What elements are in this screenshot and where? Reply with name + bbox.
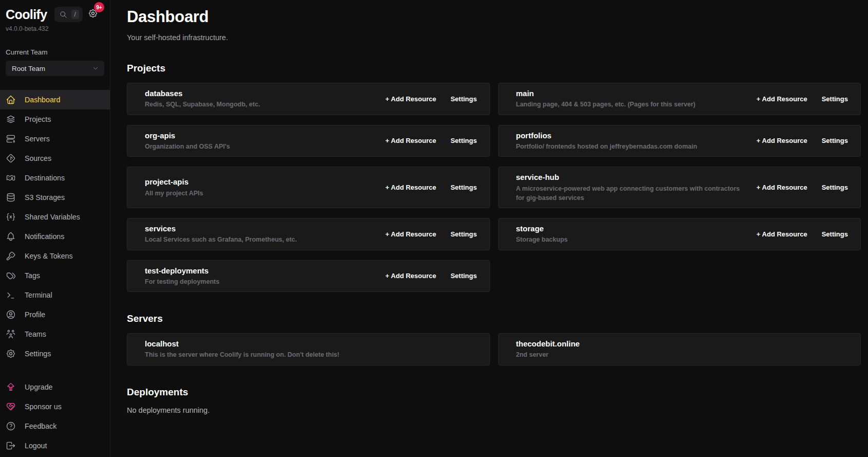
- sidebar-item[interactable]: Projects: [0, 109, 110, 129]
- project-settings-button[interactable]: Settings: [450, 230, 477, 238]
- bell-icon: [6, 231, 16, 242]
- app-version: v4.0.0-beta.432: [0, 22, 110, 32]
- sidebar-item-label: Teams: [25, 330, 46, 338]
- project-name: main: [516, 88, 695, 99]
- sidebar-item[interactable]: Keys & Tokens: [0, 246, 110, 266]
- sidebar-item[interactable]: Tags: [0, 266, 110, 285]
- tags-icon: [6, 270, 16, 281]
- add-resource-button[interactable]: + Add Resource: [385, 184, 436, 191]
- sidebar-item[interactable]: Logout: [0, 436, 110, 455]
- projects-grid: databases Redis, SQL, Supabase, Mongodb,…: [127, 83, 861, 292]
- user-circle-icon: [6, 309, 16, 320]
- page-subtitle: Your self-hosted infrastructure.: [127, 33, 861, 42]
- project-description: Organization and OSS API's: [145, 142, 230, 151]
- servers-heading: Servers: [127, 313, 861, 325]
- sidebar-item[interactable]: Sources: [0, 149, 110, 168]
- server-card[interactable]: thecodebit.online 2nd server: [498, 333, 861, 365]
- project-card[interactable]: storage Storage backups + Add Resource S…: [498, 218, 861, 250]
- project-name: storage: [516, 224, 568, 234]
- sidebar-item[interactable]: S3 Storages: [0, 188, 110, 207]
- sidebar-item[interactable]: Shared Variables: [0, 207, 110, 227]
- git-icon: [6, 153, 16, 163]
- project-settings-button[interactable]: Settings: [450, 272, 477, 280]
- sidebar-item-label: Dashboard: [25, 96, 60, 104]
- current-team-label: Current Team: [0, 32, 110, 56]
- help-icon: [6, 421, 16, 431]
- sidebar-item[interactable]: Servers: [0, 129, 110, 149]
- project-card[interactable]: main Landing page, 404 & 503 pages, etc.…: [498, 83, 861, 115]
- sidebar-item-label: Servers: [25, 135, 50, 143]
- main-content: Dashboard Your self-hosted infrastructur…: [110, 0, 868, 457]
- project-description: Local Services such as Grafana, Promethe…: [145, 235, 297, 244]
- sidebar-item-label: Logout: [25, 442, 47, 450]
- project-card[interactable]: databases Redis, SQL, Supabase, Mongodb,…: [127, 83, 490, 115]
- add-resource-button[interactable]: + Add Resource: [757, 137, 807, 144]
- add-resource-button[interactable]: + Add Resource: [385, 272, 436, 280]
- project-settings-button[interactable]: Settings: [822, 184, 848, 191]
- project-description: Redis, SQL, Supabase, Mongodb, etc.: [145, 100, 260, 109]
- project-card[interactable]: project-apis All my project APIs + Add R…: [127, 167, 490, 208]
- database-icon: [6, 192, 16, 203]
- sidebar-item[interactable]: Terminal: [0, 285, 110, 305]
- deployments-empty-message: No deployments running.: [127, 406, 861, 414]
- project-card[interactable]: test-deployments For testing deployments…: [127, 260, 490, 293]
- key-icon: [6, 251, 16, 261]
- sidebar-item[interactable]: Teams: [0, 324, 110, 344]
- team-select-value: Root Team: [12, 65, 45, 72]
- sidebar-item-label: Sponsor us: [25, 403, 62, 411]
- project-settings-button[interactable]: Settings: [450, 184, 477, 191]
- sidebar-secondary-nav: Upgrade Sponsor us Feedback Logo: [0, 377, 110, 455]
- sidebar-item[interactable]: Settings: [0, 344, 110, 363]
- add-resource-button[interactable]: + Add Resource: [757, 95, 807, 103]
- destination-icon: [6, 173, 16, 183]
- add-resource-button[interactable]: + Add Resource: [385, 230, 436, 238]
- project-card[interactable]: service-hub A microservice-powered web a…: [498, 167, 861, 208]
- users-icon: [6, 329, 16, 339]
- notification-badge[interactable]: 9+: [94, 2, 104, 12]
- app-logo[interactable]: Coolify: [6, 8, 47, 21]
- project-description: Storage backups: [516, 235, 568, 244]
- sidebar-item-label: Sources: [25, 154, 51, 162]
- sidebar-item-label: S3 Storages: [25, 193, 65, 202]
- sidebar-item[interactable]: Destinations: [0, 168, 110, 188]
- server-name: localhost: [145, 339, 339, 349]
- project-description: Landing page, 404 & 503 pages, etc. (Pag…: [516, 100, 695, 109]
- team-select[interactable]: Root Team: [6, 61, 104, 76]
- sidebar-item[interactable]: Feedback: [0, 416, 110, 436]
- project-card[interactable]: org-apis Organization and OSS API's + Ad…: [127, 125, 490, 157]
- project-name: services: [145, 224, 297, 234]
- settings-gear-wrap: 9+: [88, 8, 98, 21]
- project-description: All my project APIs: [145, 189, 203, 198]
- sidebar-item-label: Tags: [25, 271, 40, 280]
- sidebar-item[interactable]: Upgrade: [0, 377, 110, 397]
- search-shortcut-key: /: [71, 10, 79, 19]
- project-settings-button[interactable]: Settings: [450, 95, 477, 103]
- sidebar-item-label: Destinations: [25, 174, 65, 182]
- project-card[interactable]: services Local Services such as Grafana,…: [127, 218, 490, 250]
- search-icon: [60, 11, 67, 19]
- sidebar-item-label: Feedback: [25, 422, 56, 430]
- project-settings-button[interactable]: Settings: [822, 137, 848, 144]
- project-settings-button[interactable]: Settings: [450, 137, 477, 144]
- server-card[interactable]: localhost This is the server where Cooli…: [127, 333, 490, 365]
- sidebar-item[interactable]: Notifications: [0, 227, 110, 246]
- add-resource-button[interactable]: + Add Resource: [385, 137, 436, 144]
- project-settings-button[interactable]: Settings: [822, 95, 848, 103]
- logo-row: Coolify / 9+: [0, 7, 110, 22]
- add-resource-button[interactable]: + Add Resource: [757, 230, 807, 238]
- project-card[interactable]: portfolios Portfolio/ frontends hosted o…: [498, 125, 861, 157]
- upgrade-icon: [6, 382, 16, 392]
- sidebar-item[interactable]: Sponsor us: [0, 397, 110, 416]
- project-settings-button[interactable]: Settings: [822, 230, 848, 238]
- page-title: Dashboard: [127, 8, 861, 26]
- terminal-icon: [6, 290, 16, 300]
- add-resource-button[interactable]: + Add Resource: [757, 184, 807, 191]
- search-button[interactable]: /: [54, 7, 83, 22]
- add-resource-button[interactable]: + Add Resource: [385, 95, 436, 103]
- sidebar-item-label: Upgrade: [25, 383, 52, 391]
- sidebar-item-label: Profile: [25, 310, 45, 319]
- sidebar-item[interactable]: Profile: [0, 305, 110, 324]
- sidebar-item-label: Settings: [25, 350, 51, 358]
- sidebar-item-label: Shared Variables: [25, 213, 80, 221]
- sidebar-item[interactable]: Dashboard: [0, 90, 110, 109]
